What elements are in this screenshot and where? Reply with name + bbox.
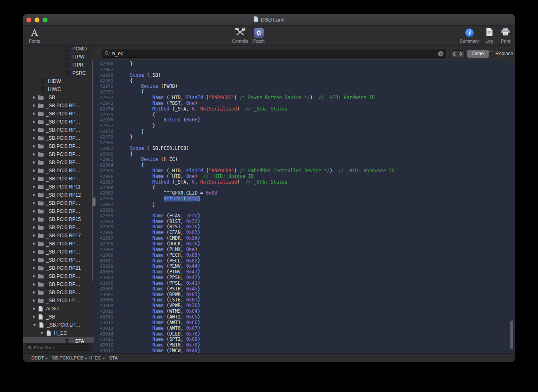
disclosure-triangle-icon[interactable]	[33, 299, 35, 302]
editor-scrollbar-thumb[interactable]	[510, 321, 513, 349]
disclosure-triangle-icon[interactable]	[33, 136, 35, 140]
tree-item[interactable]: _SB.PCI0.RP…	[23, 175, 94, 183]
code-line: 43003 Name (PINV, 0x43)	[94, 269, 515, 275]
disclosure-triangle-icon[interactable]	[40, 332, 43, 334]
tree-item[interactable]: _SB	[23, 313, 94, 321]
tree-item[interactable]: _SB.PCI0.RP12	[23, 191, 94, 199]
disclosure-triangle-icon[interactable]	[33, 120, 35, 123]
tree-item[interactable]: H_EC	[23, 329, 94, 337]
tree-item[interactable]: _SB.PCI0.RP…	[23, 126, 94, 134]
tree-item[interactable]: _SB.PCI0.RP…	[23, 207, 94, 215]
disclosure-triangle-icon[interactable]	[33, 234, 35, 237]
tree-item[interactable]: _SB.PCI0.RP…	[23, 167, 94, 175]
tree-item[interactable]: _SB.PCI0.RP11	[23, 183, 94, 191]
replace-checkbox[interactable]	[488, 51, 493, 56]
tree-item[interactable]: _SB.PCI0.RP…	[23, 223, 94, 232]
disclosure-triangle-icon[interactable]	[33, 258, 35, 262]
disclosure-triangle-icon[interactable]	[33, 226, 35, 229]
disclosure-triangle-icon[interactable]	[33, 324, 36, 326]
tree-item[interactable]: _SB.PCI0.RP…	[23, 256, 94, 264]
disclosure-triangle-icon[interactable]	[33, 112, 35, 115]
close-button[interactable]	[26, 17, 31, 22]
minimize-button[interactable]	[35, 17, 39, 22]
disclosure-triangle-icon[interactable]	[33, 210, 35, 213]
document-proxy-icon	[254, 16, 258, 23]
tree-item[interactable]: _SB.PCI0.RP…	[23, 110, 94, 118]
disclosure-triangle-icon[interactable]	[33, 169, 35, 172]
code-lines: 42966 }4296742968 Scope (_SB)42969 {4297…	[94, 61, 515, 353]
done-button[interactable]: Done	[467, 50, 489, 58]
tree-item[interactable]: _SB.PCI0.RP…	[23, 118, 94, 126]
disclosure-triangle-icon[interactable]	[33, 185, 35, 188]
disclosure-triangle-icon[interactable]	[33, 177, 35, 180]
tree-item[interactable]: _SB.PCI0.RP…	[23, 150, 94, 158]
disclosure-triangle-icon[interactable]	[33, 283, 35, 286]
find-previous-button[interactable]	[451, 51, 458, 57]
disclosure-triangle-icon[interactable]	[33, 104, 35, 107]
code-text: Name (AWT0, 0xC7)	[119, 326, 515, 331]
disclosure-triangle-icon[interactable]	[33, 193, 35, 197]
tree-item[interactable]: PSRC	[23, 69, 94, 77]
print-button[interactable]: Print	[497, 27, 514, 43]
fonts-label: Fonts	[29, 39, 40, 43]
fonts-button[interactable]: A Fonts	[24, 27, 45, 43]
tree-item[interactable]: _SB	[23, 93, 94, 102]
find-next-button[interactable]	[458, 51, 464, 57]
disclosure-triangle-icon[interactable]	[33, 153, 35, 156]
patch-button[interactable]: Patch	[248, 27, 269, 43]
log-button[interactable]: Log	[481, 27, 497, 43]
tree-item[interactable]: _SB.PCI0.RP…	[23, 248, 94, 256]
tree-item[interactable]: _SB.PCI0.LP…	[23, 321, 94, 329]
disclosure-triangle-icon[interactable]	[33, 307, 35, 310]
disclosure-triangle-icon[interactable]	[33, 128, 35, 132]
tree-item[interactable]: _SB.PCI0.RP15	[23, 215, 94, 223]
tree-item[interactable]: _SB.PCI0.RP…	[23, 134, 94, 142]
summary-button[interactable]: i Summary	[460, 27, 479, 43]
tree-item[interactable]: HIWC	[23, 85, 94, 93]
tree-item[interactable]: _SB.PCI0.LP…	[23, 297, 94, 305]
disclosure-triangle-icon[interactable]	[33, 266, 35, 270]
filter-tree-input[interactable]	[34, 345, 89, 350]
tree-item[interactable]: HIDW	[23, 77, 94, 85]
disclosure-triangle-icon[interactable]	[33, 161, 35, 164]
tree-item[interactable]: PCMD	[23, 45, 94, 53]
clear-search-icon[interactable]: ×	[438, 51, 443, 56]
disclosure-triangle-icon[interactable]	[33, 145, 35, 148]
breadcrumb-item[interactable]: _SB.PCI0.LPCB	[49, 355, 83, 360]
tree-item[interactable]: _SB.PCI0.RP…	[23, 280, 94, 288]
zoom-button[interactable]	[43, 17, 48, 22]
disclosure-triangle-icon[interactable]	[33, 242, 35, 245]
disclosure-triangle-icon[interactable]	[33, 96, 35, 99]
find-field[interactable]: ×	[102, 50, 446, 58]
tree-item[interactable]: _SB.PCI0.RP17	[23, 232, 94, 240]
titlebar[interactable]: DSDT.aml	[23, 14, 515, 26]
find-input[interactable]	[111, 51, 438, 56]
disclosure-triangle-icon[interactable]	[33, 291, 35, 294]
disclosure-triangle-icon[interactable]	[33, 250, 35, 253]
disclosure-triangle-icon[interactable]	[33, 201, 35, 205]
search-scope-icon[interactable]	[104, 50, 111, 57]
tree-item[interactable]: ITPR	[23, 61, 94, 69]
tree-item[interactable]: _SB.PCI0.RP…	[23, 158, 94, 167]
disclosure-triangle-icon[interactable]	[33, 315, 35, 318]
breadcrumb-item[interactable]: H_EC	[89, 355, 101, 360]
tree-item[interactable]: _SB.PCI0.RP21	[23, 264, 94, 272]
splitter-handle[interactable]	[93, 197, 95, 206]
breadcrumb-item[interactable]: _STA	[106, 355, 118, 360]
tree-item[interactable]: _SB.PCI0.RP…	[23, 142, 94, 150]
breadcrumb-item[interactable]: DSDT	[31, 355, 44, 360]
code-editor[interactable]: 42966 }4296742968 Scope (_SB)42969 {4297…	[94, 61, 515, 353]
tree-item[interactable]: ITPW	[23, 53, 94, 61]
tree-item[interactable]: _SB.PCI0.RP…	[23, 288, 94, 297]
tree-item[interactable]: _SB.PCI0.RP…	[23, 272, 94, 280]
sidebar-scrollbar-thumb[interactable]	[92, 61, 93, 281]
tree-item[interactable]: _SB.PCI0.RP…	[23, 240, 94, 248]
tree-item[interactable]: _SB.PCI0.RP…	[23, 102, 94, 110]
tree-item[interactable]: _SB.PCI0.RP…	[23, 199, 94, 207]
tree-item[interactable]: _STA	[23, 337, 94, 343]
tree-item[interactable]: ALSD	[23, 305, 94, 313]
filter-field[interactable]	[26, 344, 91, 351]
disclosure-triangle-icon[interactable]	[33, 218, 35, 221]
disclosure-triangle-icon[interactable]	[33, 275, 35, 278]
compile-button[interactable]: Compile	[230, 27, 251, 43]
